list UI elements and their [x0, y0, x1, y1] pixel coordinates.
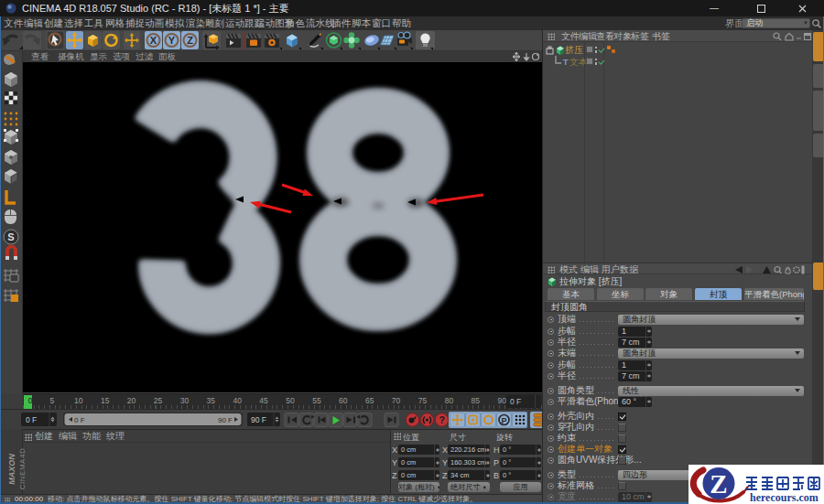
svg-text:Z: Z: [187, 35, 193, 46]
svg-text:90 F: 90 F: [218, 416, 233, 424]
svg-text:S: S: [7, 231, 14, 242]
svg-text:X: X: [150, 35, 157, 46]
svg-text:Y: Y: [168, 35, 176, 46]
svg-text:Z: Z: [710, 469, 727, 499]
svg-text:0 F: 0 F: [26, 415, 37, 424]
svg-text:P: P: [502, 416, 507, 425]
svg-text:0 F: 0 F: [74, 416, 85, 424]
svg-text:?: ?: [439, 414, 445, 425]
svg-text:90 F: 90 F: [251, 415, 266, 424]
svg-text:herecours.com: herecours.com: [750, 491, 819, 504]
